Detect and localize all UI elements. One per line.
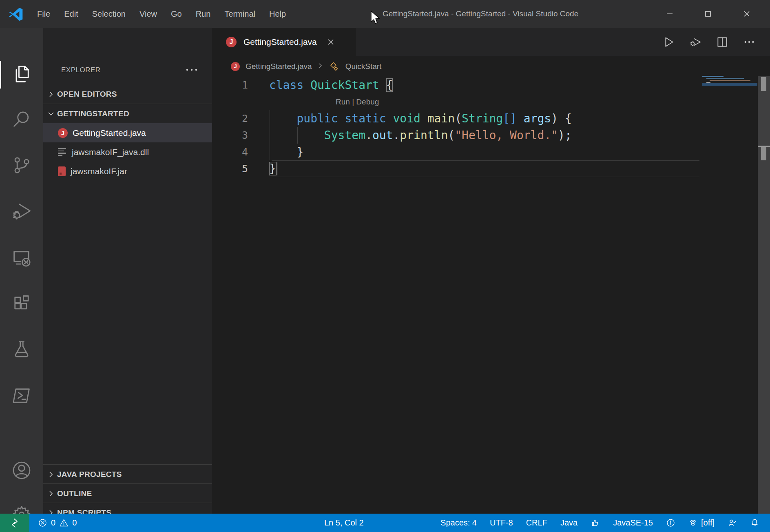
warning-icon bbox=[59, 518, 69, 528]
java-runtime-status[interactable]: JavaSE-15 bbox=[613, 518, 653, 528]
cursor-position: Ln 5, Col 2 bbox=[324, 518, 364, 528]
menu-file[interactable]: File bbox=[30, 0, 57, 28]
tab-gettingstarted-java[interactable]: J GettingStarted.java bbox=[212, 28, 356, 56]
run-and-debug-icon[interactable] bbox=[0, 197, 43, 225]
code-token: ( bbox=[455, 112, 462, 125]
menu-help[interactable]: Help bbox=[262, 0, 293, 28]
breadcrumb: J GettingStarted.java QuickStart bbox=[212, 56, 770, 77]
minimap-line bbox=[702, 76, 724, 77]
code-token: "Hello, World." bbox=[455, 129, 558, 142]
vscode-logo-icon bbox=[8, 7, 24, 22]
search-icon[interactable] bbox=[0, 106, 43, 133]
tab-close-icon[interactable] bbox=[325, 36, 336, 48]
editor-actions bbox=[658, 28, 759, 56]
class-symbol-icon bbox=[329, 61, 340, 72]
sonarlint-status[interactable]: [off] bbox=[688, 518, 715, 528]
info-icon[interactable] bbox=[666, 518, 675, 528]
feedback-icon[interactable] bbox=[728, 518, 737, 528]
scrollbar-thumb[interactable] bbox=[761, 77, 766, 91]
section-java-projects[interactable]: JAVA PROJECTS bbox=[43, 465, 212, 484]
file-item-jar[interactable]: jawsmakoIF.jar bbox=[43, 162, 212, 181]
accounts-icon[interactable] bbox=[0, 457, 43, 484]
encoding-status[interactable]: UTF-8 bbox=[490, 518, 513, 528]
code-token bbox=[338, 112, 345, 125]
testing-icon[interactable] bbox=[0, 335, 43, 363]
run-icon[interactable] bbox=[658, 32, 679, 52]
workspace-section[interactable]: GETTINGSTARTED bbox=[43, 104, 212, 123]
current-line-highlight bbox=[272, 160, 699, 177]
debug-run-icon[interactable] bbox=[685, 32, 706, 52]
line-number: 4 bbox=[212, 146, 248, 158]
open-editors-section[interactable]: OPEN EDITORS bbox=[43, 84, 212, 104]
code-line: 1class QuickStart { bbox=[212, 77, 770, 93]
code-editor[interactable]: 1class QuickStart {Run | Debug2 public s… bbox=[212, 77, 770, 514]
split-editor-icon[interactable] bbox=[712, 32, 732, 52]
indentation-status[interactable]: Spaces: 4 bbox=[440, 518, 477, 528]
powershell-icon[interactable] bbox=[0, 382, 43, 410]
remote-explorer-icon[interactable] bbox=[0, 244, 43, 272]
breadcrumb-symbol[interactable]: QuickStart bbox=[345, 62, 382, 71]
thumbs-up-icon[interactable] bbox=[591, 518, 600, 528]
remote-indicator[interactable] bbox=[0, 514, 29, 532]
scrollbar-track[interactable] bbox=[758, 76, 770, 514]
chevron-right-icon bbox=[47, 91, 55, 98]
extensions-icon[interactable] bbox=[0, 290, 43, 318]
code-token bbox=[269, 112, 296, 125]
minimize-button[interactable] bbox=[651, 0, 689, 28]
file-name: jawsmakoIF_java.dll bbox=[72, 147, 149, 157]
section-label: OUTLINE bbox=[57, 489, 92, 498]
menu-run[interactable]: Run bbox=[189, 0, 218, 28]
menu-edit[interactable]: Edit bbox=[57, 0, 85, 28]
menu-selection[interactable]: Selection bbox=[85, 0, 133, 28]
minimap-current-line bbox=[702, 83, 757, 86]
code-line: 3 System.out.println("Hello, World."); bbox=[212, 127, 770, 144]
code-token: . bbox=[365, 129, 372, 142]
eol-status[interactable]: CRLF bbox=[526, 518, 547, 528]
cursor-position-status[interactable]: Ln 5, Col 2 bbox=[324, 514, 364, 532]
code-token: [] bbox=[503, 112, 517, 125]
codelens-run-link[interactable]: Run bbox=[336, 98, 350, 106]
scrollbar-thumb[interactable] bbox=[761, 147, 766, 160]
file-item-gettingstarted-java[interactable]: J GettingStarted.java bbox=[43, 123, 212, 142]
menu-terminal[interactable]: Terminal bbox=[217, 0, 262, 28]
maximize-button[interactable] bbox=[689, 0, 727, 28]
java-file-icon: J bbox=[58, 128, 68, 138]
code-token bbox=[269, 129, 324, 142]
dll-file-icon bbox=[58, 148, 67, 156]
menu-go[interactable]: Go bbox=[164, 0, 189, 28]
problems-status[interactable]: 0 0 bbox=[38, 514, 77, 532]
code-token: ) { bbox=[551, 112, 572, 125]
jar-file-icon bbox=[58, 166, 66, 176]
file-name: GettingStarted.java bbox=[73, 128, 146, 138]
code-line: 2 public static void main(String[] args)… bbox=[212, 110, 770, 127]
file-item-dll[interactable]: jawsmakoIF_java.dll bbox=[43, 142, 212, 162]
code-token: out bbox=[372, 129, 393, 142]
code-token: . bbox=[393, 129, 400, 142]
chevron-right-icon bbox=[317, 62, 323, 71]
codelens-debug-link[interactable]: Debug bbox=[356, 98, 379, 106]
status-bar: 0 0 Ln 5, Col 2 Spaces: 4 UTF-8 CRLF Jav… bbox=[0, 514, 770, 532]
breadcrumb-file[interactable]: GettingStarted.java bbox=[246, 62, 312, 71]
codelens-row: Run | Debug bbox=[212, 93, 770, 110]
explorer-icon[interactable] bbox=[0, 61, 43, 89]
section-outline[interactable]: OUTLINE bbox=[43, 484, 212, 503]
notifications-bell-icon[interactable] bbox=[750, 518, 759, 528]
more-actions-icon[interactable] bbox=[739, 32, 759, 52]
code-token: { bbox=[386, 78, 393, 92]
code-token: class bbox=[269, 78, 303, 92]
open-editors-label: OPEN EDITORS bbox=[57, 90, 117, 99]
focus-icon bbox=[688, 518, 698, 528]
menu-view[interactable]: View bbox=[133, 0, 164, 28]
error-count: 0 bbox=[51, 518, 55, 528]
menu-bar: File Edit Selection View Go Run Terminal… bbox=[30, 0, 293, 28]
line-number: 1 bbox=[212, 79, 248, 91]
language-status[interactable]: Java bbox=[560, 518, 578, 528]
source-control-icon[interactable] bbox=[0, 151, 43, 179]
more-actions-icon[interactable] bbox=[184, 64, 200, 75]
title-bar: File Edit Selection View Go Run Terminal… bbox=[0, 0, 770, 28]
code-token bbox=[386, 112, 393, 125]
code-token: System bbox=[324, 129, 365, 142]
code-token: args bbox=[524, 112, 551, 125]
code-token: println bbox=[400, 129, 448, 142]
close-button[interactable] bbox=[728, 0, 766, 28]
